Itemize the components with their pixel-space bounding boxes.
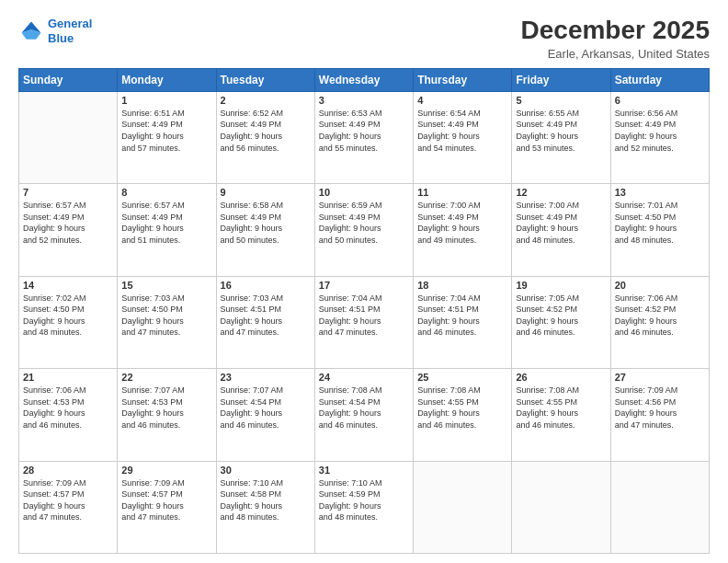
day-number: 3 <box>319 95 409 106</box>
day-number: 20 <box>615 280 705 291</box>
day-info: Sunrise: 6:54 AM Sunset: 4:49 PM Dayligh… <box>417 108 507 154</box>
day-info: Sunrise: 7:09 AM Sunset: 4:56 PM Dayligh… <box>615 385 705 431</box>
logo-line1: General <box>48 17 92 30</box>
table-row: 1Sunrise: 6:51 AM Sunset: 4:49 PM Daylig… <box>118 91 216 183</box>
day-info: Sunrise: 7:08 AM Sunset: 4:55 PM Dayligh… <box>417 385 507 431</box>
day-number: 5 <box>516 95 606 106</box>
day-info: Sunrise: 7:09 AM Sunset: 4:57 PM Dayligh… <box>23 477 113 523</box>
day-number: 1 <box>121 95 211 106</box>
table-row: 14Sunrise: 7:02 AM Sunset: 4:50 PM Dayli… <box>19 276 118 368</box>
day-info: Sunrise: 6:57 AM Sunset: 4:49 PM Dayligh… <box>121 200 211 246</box>
day-info: Sunrise: 7:06 AM Sunset: 4:52 PM Dayligh… <box>615 293 705 339</box>
calendar-week-3: 14Sunrise: 7:02 AM Sunset: 4:50 PM Dayli… <box>19 276 710 368</box>
day-number: 19 <box>516 280 606 291</box>
day-number: 10 <box>319 187 409 198</box>
table-row <box>19 91 118 183</box>
day-info: Sunrise: 6:52 AM Sunset: 4:49 PM Dayligh… <box>221 108 311 154</box>
day-number: 4 <box>417 95 507 106</box>
day-info: Sunrise: 6:59 AM Sunset: 4:49 PM Dayligh… <box>319 200 409 246</box>
table-row: 21Sunrise: 7:06 AM Sunset: 4:53 PM Dayli… <box>19 369 118 461</box>
day-number: 2 <box>221 95 311 106</box>
table-row: 15Sunrise: 7:03 AM Sunset: 4:50 PM Dayli… <box>118 276 216 368</box>
day-info: Sunrise: 6:55 AM Sunset: 4:49 PM Dayligh… <box>516 108 606 154</box>
day-number: 9 <box>221 187 311 198</box>
subtitle: Earle, Arkansas, United States <box>521 47 710 61</box>
day-number: 6 <box>615 95 705 106</box>
table-row: 17Sunrise: 7:04 AM Sunset: 4:51 PM Dayli… <box>314 276 413 368</box>
day-number: 15 <box>121 280 211 291</box>
calendar-week-2: 7Sunrise: 6:57 AM Sunset: 4:49 PM Daylig… <box>19 184 710 276</box>
day-info: Sunrise: 7:03 AM Sunset: 4:51 PM Dayligh… <box>221 293 311 339</box>
day-info: Sunrise: 7:08 AM Sunset: 4:55 PM Dayligh… <box>516 385 606 431</box>
table-row <box>610 461 709 553</box>
title-block: December 2025 Earle, Arkansas, United St… <box>521 17 710 61</box>
day-number: 22 <box>121 372 211 383</box>
col-header-sunday: Sunday <box>19 68 118 91</box>
day-number: 24 <box>319 372 409 383</box>
table-row: 2Sunrise: 6:52 AM Sunset: 4:49 PM Daylig… <box>216 91 314 183</box>
day-info: Sunrise: 7:00 AM Sunset: 4:49 PM Dayligh… <box>516 200 606 246</box>
calendar-week-4: 21Sunrise: 7:06 AM Sunset: 4:53 PM Dayli… <box>19 369 710 461</box>
table-row: 18Sunrise: 7:04 AM Sunset: 4:51 PM Dayli… <box>414 276 512 368</box>
day-number: 30 <box>221 465 311 476</box>
day-number: 8 <box>121 187 211 198</box>
table-row: 25Sunrise: 7:08 AM Sunset: 4:55 PM Dayli… <box>414 369 512 461</box>
day-info: Sunrise: 6:53 AM Sunset: 4:49 PM Dayligh… <box>319 108 409 154</box>
table-row: 10Sunrise: 6:59 AM Sunset: 4:49 PM Dayli… <box>314 184 413 276</box>
table-row: 31Sunrise: 7:10 AM Sunset: 4:59 PM Dayli… <box>314 461 413 553</box>
table-row <box>512 461 610 553</box>
table-row: 12Sunrise: 7:00 AM Sunset: 4:49 PM Dayli… <box>512 184 610 276</box>
day-number: 11 <box>417 187 507 198</box>
day-info: Sunrise: 7:07 AM Sunset: 4:53 PM Dayligh… <box>121 385 211 431</box>
table-row: 22Sunrise: 7:07 AM Sunset: 4:53 PM Dayli… <box>118 369 216 461</box>
header: General Blue December 2025 Earle, Arkans… <box>18 17 710 61</box>
table-row: 11Sunrise: 7:00 AM Sunset: 4:49 PM Dayli… <box>414 184 512 276</box>
main-title: December 2025 <box>521 17 710 45</box>
table-row: 4Sunrise: 6:54 AM Sunset: 4:49 PM Daylig… <box>414 91 512 183</box>
calendar-table: Sunday Monday Tuesday Wednesday Thursday… <box>18 68 710 554</box>
col-header-monday: Monday <box>118 68 216 91</box>
col-header-tuesday: Tuesday <box>216 68 314 91</box>
day-info: Sunrise: 7:04 AM Sunset: 4:51 PM Dayligh… <box>319 293 409 339</box>
logo: General Blue <box>18 17 92 45</box>
day-number: 28 <box>23 465 113 476</box>
logo-line2: Blue <box>48 31 74 45</box>
table-row: 27Sunrise: 7:09 AM Sunset: 4:56 PM Dayli… <box>610 369 709 461</box>
day-number: 18 <box>417 280 507 291</box>
logo-icon <box>18 18 44 44</box>
table-row: 20Sunrise: 7:06 AM Sunset: 4:52 PM Dayli… <box>610 276 709 368</box>
table-row <box>414 461 512 553</box>
calendar-week-5: 28Sunrise: 7:09 AM Sunset: 4:57 PM Dayli… <box>19 461 710 553</box>
day-info: Sunrise: 7:03 AM Sunset: 4:50 PM Dayligh… <box>121 293 211 339</box>
day-info: Sunrise: 6:57 AM Sunset: 4:49 PM Dayligh… <box>23 200 113 246</box>
table-row: 26Sunrise: 7:08 AM Sunset: 4:55 PM Dayli… <box>512 369 610 461</box>
day-number: 7 <box>23 187 113 198</box>
table-row: 23Sunrise: 7:07 AM Sunset: 4:54 PM Dayli… <box>216 369 314 461</box>
day-info: Sunrise: 7:06 AM Sunset: 4:53 PM Dayligh… <box>23 385 113 431</box>
day-info: Sunrise: 7:09 AM Sunset: 4:57 PM Dayligh… <box>121 477 211 523</box>
table-row: 30Sunrise: 7:10 AM Sunset: 4:58 PM Dayli… <box>216 461 314 553</box>
table-row: 28Sunrise: 7:09 AM Sunset: 4:57 PM Dayli… <box>19 461 118 553</box>
calendar-week-1: 1Sunrise: 6:51 AM Sunset: 4:49 PM Daylig… <box>19 91 710 183</box>
day-number: 27 <box>615 372 705 383</box>
day-info: Sunrise: 6:56 AM Sunset: 4:49 PM Dayligh… <box>615 108 705 154</box>
day-number: 26 <box>516 372 606 383</box>
table-row: 3Sunrise: 6:53 AM Sunset: 4:49 PM Daylig… <box>314 91 413 183</box>
day-info: Sunrise: 7:01 AM Sunset: 4:50 PM Dayligh… <box>615 200 705 246</box>
table-row: 9Sunrise: 6:58 AM Sunset: 4:49 PM Daylig… <box>216 184 314 276</box>
day-info: Sunrise: 7:07 AM Sunset: 4:54 PM Dayligh… <box>221 385 311 431</box>
table-row: 16Sunrise: 7:03 AM Sunset: 4:51 PM Dayli… <box>216 276 314 368</box>
col-header-friday: Friday <box>512 68 610 91</box>
day-info: Sunrise: 7:05 AM Sunset: 4:52 PM Dayligh… <box>516 293 606 339</box>
day-number: 21 <box>23 372 113 383</box>
day-number: 12 <box>516 187 606 198</box>
day-info: Sunrise: 7:10 AM Sunset: 4:58 PM Dayligh… <box>221 477 311 523</box>
table-row: 8Sunrise: 6:57 AM Sunset: 4:49 PM Daylig… <box>118 184 216 276</box>
col-header-saturday: Saturday <box>610 68 709 91</box>
calendar-header-row: Sunday Monday Tuesday Wednesday Thursday… <box>19 68 710 91</box>
day-info: Sunrise: 6:58 AM Sunset: 4:49 PM Dayligh… <box>221 200 311 246</box>
day-number: 31 <box>319 465 409 476</box>
table-row: 5Sunrise: 6:55 AM Sunset: 4:49 PM Daylig… <box>512 91 610 183</box>
day-info: Sunrise: 7:02 AM Sunset: 4:50 PM Dayligh… <box>23 293 113 339</box>
table-row: 6Sunrise: 6:56 AM Sunset: 4:49 PM Daylig… <box>610 91 709 183</box>
